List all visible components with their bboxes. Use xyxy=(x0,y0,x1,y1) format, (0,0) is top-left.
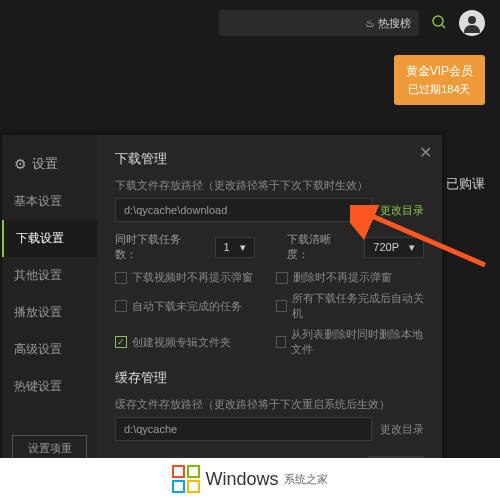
watermark-sub: 系统之家 xyxy=(284,472,328,487)
windows-logo-icon xyxy=(172,465,200,493)
fire-icon: ♨ xyxy=(365,17,375,30)
cb-auto-resume[interactable]: 自动下载未完成的任务 xyxy=(115,291,264,321)
quality-label: 下载清晰度： xyxy=(287,232,353,262)
settings-panel: ✕ ⚙ 设置 基本设置 下载设置 其他设置 播放设置 高级设置 热键设置 设置项… xyxy=(2,135,442,465)
cache-path-label: 缓存文件存放路径（更改路径将于下次重启系统后生效） xyxy=(115,397,424,412)
cb-download-prompt[interactable]: 下载视频时不再提示弹窗 xyxy=(115,270,264,285)
hot-search-button[interactable]: ♨ 热搜榜 xyxy=(365,16,411,31)
change-cache-dir-link[interactable]: 更改目录 xyxy=(380,422,424,437)
tab-advanced[interactable]: 高级设置 xyxy=(2,331,97,368)
cache-section-title: 缓存管理 xyxy=(115,369,424,387)
close-icon[interactable]: ✕ xyxy=(419,143,432,162)
svg-line-1 xyxy=(442,25,445,28)
vip-title: 黄金VIP会员 xyxy=(406,63,473,80)
download-section-title: 下载管理 xyxy=(115,150,424,168)
hot-search-label: 热搜榜 xyxy=(378,16,411,31)
settings-sidebar: ⚙ 设置 基本设置 下载设置 其他设置 播放设置 高级设置 热键设置 设置项重置 xyxy=(2,135,97,465)
cache-path-input[interactable]: d:\qycache xyxy=(115,417,372,441)
tab-hotkey[interactable]: 热键设置 xyxy=(2,368,97,405)
chevron-down-icon: ▾ xyxy=(240,241,246,254)
tab-download[interactable]: 下载设置 xyxy=(2,220,97,257)
svg-point-2 xyxy=(468,16,476,24)
svg-point-0 xyxy=(433,16,443,26)
vip-badge[interactable]: 黄金VIP会员 已过期184天 xyxy=(394,55,485,105)
tab-other[interactable]: 其他设置 xyxy=(2,257,97,294)
chevron-down-icon: ▾ xyxy=(409,241,415,254)
checkbox-icon xyxy=(115,300,127,312)
tab-play[interactable]: 播放设置 xyxy=(2,294,97,331)
settings-title: ⚙ 设置 xyxy=(2,145,97,183)
change-download-dir-link[interactable]: 更改目录 xyxy=(380,203,424,218)
watermark: Windows 系统之家 xyxy=(0,458,500,500)
download-path-input[interactable]: d:\qycache\download xyxy=(115,198,372,222)
quality-select[interactable]: 720P ▾ xyxy=(364,237,424,258)
cb-shutdown-after[interactable]: 所有下载任务完成后自动关机 xyxy=(276,291,425,321)
checkbox-icon xyxy=(276,300,287,312)
avatar[interactable] xyxy=(459,10,485,36)
download-path-label: 下载文件存放路径（更改路径将于下次下载时生效） xyxy=(115,178,424,193)
watermark-brand: Windows xyxy=(205,469,278,490)
gear-icon: ⚙ xyxy=(14,156,27,172)
search-box[interactable]: ♨ 热搜榜 xyxy=(219,10,419,36)
tab-basic[interactable]: 基本设置 xyxy=(2,183,97,220)
search-icon[interactable] xyxy=(431,14,447,33)
vip-expire: 已过期184天 xyxy=(406,82,473,97)
cb-delete-local[interactable]: 从列表删除时同时删除本地文件 xyxy=(276,327,425,357)
checkbox-icon xyxy=(276,336,287,348)
checkbox-icon xyxy=(115,272,127,284)
purchased-label: 已购课 xyxy=(446,175,485,193)
settings-content: 下载管理 下载文件存放路径（更改路径将于下次下载时生效） d:\qycache\… xyxy=(97,135,442,465)
concurrent-label: 同时下载任务数： xyxy=(115,232,203,262)
cb-delete-prompt[interactable]: 删除时不再提示弹窗 xyxy=(276,270,425,285)
checkbox-icon xyxy=(276,272,288,284)
concurrent-select[interactable]: 1 ▾ xyxy=(215,237,255,258)
checkbox-checked-icon: ✓ xyxy=(115,336,127,348)
cb-create-album-folder[interactable]: ✓ 创建视频专辑文件夹 xyxy=(115,327,264,357)
